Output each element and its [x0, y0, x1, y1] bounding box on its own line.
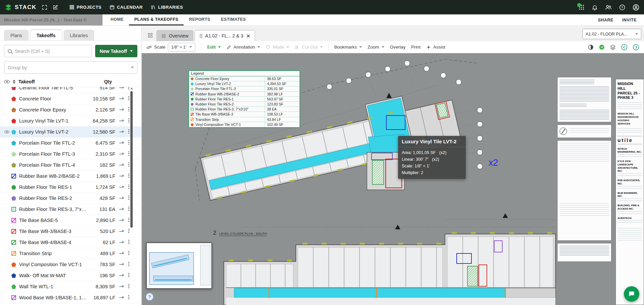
goto-takeoff-arrow-icon[interactable]: [115, 253, 126, 254]
visibility-toggle[interactable]: [4, 97, 11, 100]
goto-takeoff-arrow-icon[interactable]: [115, 198, 126, 199]
visibility-toggle[interactable]: [4, 296, 11, 299]
visibility-toggle[interactable]: [4, 252, 11, 255]
visibility-toggle[interactable]: [4, 241, 11, 244]
res1-room-area[interactable]: [467, 266, 477, 286]
locate-icon[interactable]: [599, 44, 605, 50]
avatar-icon[interactable]: [633, 4, 639, 11]
elevator-room-area[interactable]: [372, 160, 384, 184]
takeoff-list-item[interactable]: Tile Base WB-4/BASE-4 62 LF: [0, 237, 141, 248]
goto-takeoff-arrow-icon[interactable]: [115, 231, 126, 232]
takeoff-legend[interactable]: Legend Concrete Floor Epoxy 38.63 SF Lux…: [188, 70, 300, 128]
goto-takeoff-arrow-icon[interactable]: [115, 286, 126, 287]
takeoff-list-item[interactable]: Vinyl Composition Tile VCT-1 783 SF: [0, 259, 141, 270]
visibility-toggle[interactable]: [4, 152, 11, 156]
scroll-up-icon[interactable]: [130, 87, 133, 89]
visibility-toggle[interactable]: [4, 197, 11, 200]
goto-takeoff-arrow-icon[interactable]: [115, 297, 126, 298]
zoom-menu[interactable]: Zoom: [368, 45, 384, 50]
close-tab-icon[interactable]: [246, 34, 250, 38]
visibility-toggle[interactable]: [4, 274, 11, 277]
tab-takeoffs[interactable]: Takeoffs: [30, 30, 62, 41]
drag-handle-icon[interactable]: [200, 34, 202, 38]
visibility-toggle[interactable]: [4, 87, 11, 89]
takeoff-list-item[interactable]: Concrete Floor 10,158 SF: [0, 93, 141, 104]
notifications-bell-icon[interactable]: [592, 4, 598, 10]
takeoff-list-item[interactable]: Porcelain Floor Tile FTL-2 6,475 SF: [0, 138, 141, 149]
nav-projects[interactable]: PROJECTS: [69, 5, 102, 10]
goto-takeoff-arrow-icon[interactable]: [115, 220, 126, 221]
users-icon[interactable]: [605, 4, 612, 10]
visibility-toggle[interactable]: [4, 219, 11, 222]
contrast-icon[interactable]: [588, 44, 594, 50]
help-circle-icon[interactable]: ?: [619, 4, 625, 10]
tab-sheet-a102[interactable]: A1.02 - FL... 2 & 3: [195, 30, 255, 41]
takeoff-list-item[interactable]: Luxury Vinyl Tile LVT-2 12,580 SF: [0, 127, 141, 138]
takeoff-list-item[interactable]: Wall Tile WTL-1 8,309 SF: [0, 281, 141, 292]
invite-button[interactable]: INVITE: [619, 16, 640, 24]
sort-icon[interactable]: [13, 80, 15, 84]
tab-plans-takeoffs[interactable]: PLANS & TAKEOFFS: [129, 14, 184, 25]
visibility-toggle[interactable]: [4, 230, 11, 233]
goto-takeoff-arrow-icon[interactable]: [115, 264, 126, 265]
goto-takeoff-arrow-icon[interactable]: [115, 187, 126, 188]
takeoff-list-item[interactable]: Tile Base WB-3/BASE-3 520 LF: [0, 226, 141, 237]
visibility-toggle[interactable]: [4, 185, 11, 189]
tab-libraries[interactable]: Libraries: [64, 30, 94, 41]
takeoff-list-item[interactable]: Rubber Base WB-2/BASE-2 1,869 LF: [0, 171, 141, 182]
takeoff-list-item[interactable]: Rubber Floor Tile RES-2 428 SF: [0, 193, 141, 204]
visibility-toggle[interactable]: [4, 141, 11, 145]
assist-button[interactable]: Assist: [426, 45, 445, 50]
edit-menu[interactable]: Edit: [207, 45, 221, 50]
search-input[interactable]: [15, 49, 88, 54]
goto-takeoff-arrow-icon[interactable]: [115, 275, 126, 276]
new-takeoff-button[interactable]: New Takeoff: [95, 45, 137, 57]
minimap-viewport[interactable]: [149, 252, 194, 285]
goto-takeoff-arrow-icon[interactable]: [115, 132, 126, 133]
goto-takeoff-arrow-icon[interactable]: [115, 242, 126, 243]
annotation-menu[interactable]: Annotation: [227, 45, 260, 50]
takeoff-list-item[interactable]: Porcelain Floor Tile FTL-3 2,310 SF: [0, 149, 141, 160]
tab-overview[interactable]: Overview: [156, 30, 193, 41]
tab-overview-grid-icon[interactable]: [145, 30, 155, 40]
share-button[interactable]: SHARE: [594, 16, 617, 24]
visibility-toggle[interactable]: [4, 130, 11, 134]
next-sheet-button[interactable]: [633, 44, 639, 51]
takeoff-list-item[interactable]: Ceramic Floor Tile FTL-5 514 SF: [0, 87, 141, 93]
takeoff-list-item[interactable]: Walk- Off Mat W-MAT 196 SF: [0, 270, 141, 281]
group-by-select[interactable]: Group by: [4, 61, 137, 74]
sidebar-scrollbar[interactable]: [130, 91, 133, 228]
tab-plans[interactable]: Plans: [4, 30, 28, 41]
takeoff-list-item[interactable]: Transition Strip 489 LF: [0, 248, 141, 259]
page-selector[interactable]: A1.02 - FLOOR PLA...: [582, 29, 641, 39]
goto-takeoff-arrow-icon[interactable]: [115, 87, 126, 88]
nav-libraries[interactable]: LIBRARIES: [151, 5, 183, 10]
visibility-toggle[interactable]: [4, 108, 11, 111]
tab-reports[interactable]: REPORTS: [184, 14, 215, 25]
takeoff-list-item[interactable]: Luxury Vinyl Tile LVT-1 64,258 SF: [0, 116, 141, 127]
print-button[interactable]: Print: [411, 45, 421, 50]
goto-takeoff-arrow-icon[interactable]: [115, 154, 126, 155]
mode-menu[interactable]: Mode: [266, 45, 289, 50]
layers-icon[interactable]: [610, 44, 616, 50]
visibility-toggle[interactable]: [4, 174, 11, 178]
compose-icon[interactable]: [53, 5, 58, 10]
visibility-all-icon[interactable]: [4, 80, 10, 83]
lvt2-lower-corridor-area[interactable]: [234, 288, 506, 298]
scale-select[interactable]: 1/8" = 1': [168, 43, 195, 52]
tab-home[interactable]: HOME: [105, 14, 129, 25]
takeoff-list-item[interactable]: Tile Base BASE-5 2,890 LF: [0, 215, 141, 226]
takeoff-list-item[interactable]: Rubber Floor Tile RES-3, 7"x3'10" 131 EA: [0, 204, 141, 215]
takeoff-list-item[interactable]: Concrete Floor Epoxy 2,126 SF: [0, 104, 141, 116]
goto-takeoff-arrow-icon[interactable]: [115, 109, 126, 110]
takeoff-list-item[interactable]: Porcelain Floor Tile FTL-4 182 SF: [0, 160, 141, 171]
help-button[interactable]: ?: [146, 293, 153, 301]
apps-grid-icon[interactable]: [579, 4, 584, 10]
cut-out-menu[interactable]: Cut Out: [295, 45, 323, 50]
goto-takeoff-arrow-icon[interactable]: [115, 98, 126, 99]
visibility-toggle[interactable]: [4, 119, 11, 123]
goto-takeoff-arrow-icon[interactable]: [115, 165, 126, 166]
goto-takeoff-arrow-icon[interactable]: [115, 209, 126, 210]
goto-takeoff-arrow-icon[interactable]: [115, 121, 126, 122]
multiplier-annotation[interactable]: x2: [489, 158, 498, 168]
